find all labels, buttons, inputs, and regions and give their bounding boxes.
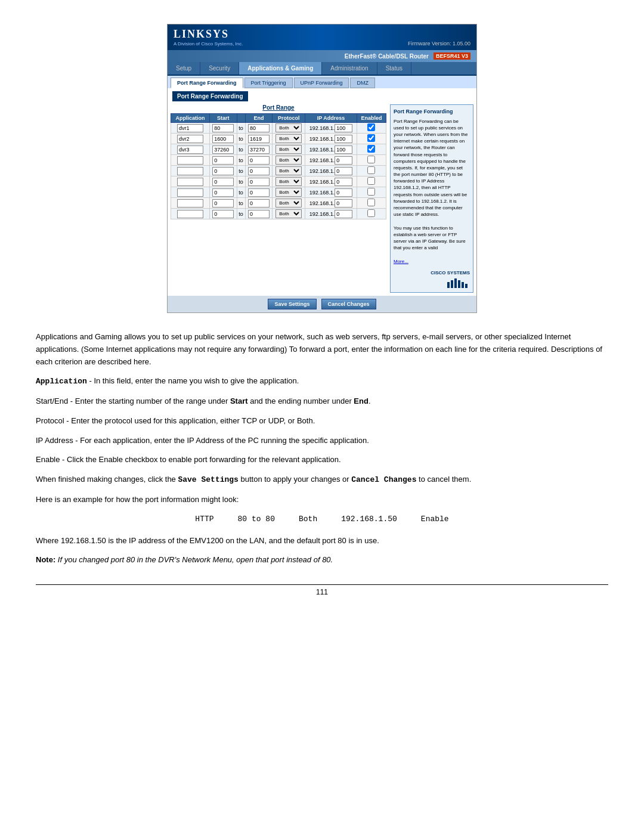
ip-last-input[interactable]: [335, 210, 352, 218]
ip-last-input[interactable]: [335, 156, 352, 165]
app-input[interactable]: [177, 178, 203, 186]
tab-setup[interactable]: Setup: [168, 62, 200, 75]
protocol-select[interactable]: BothTCPUDP: [275, 166, 302, 175]
app-input[interactable]: [177, 210, 203, 218]
description-section: Applications and Gaming allows you to se…: [36, 331, 608, 566]
finish-paragraph: When finished making changes, click the …: [36, 473, 608, 487]
start-input[interactable]: [212, 167, 234, 175]
tab-security[interactable]: Security: [200, 62, 239, 75]
to-label: to: [237, 123, 245, 134]
tab-status[interactable]: Status: [377, 62, 411, 75]
where-paragraph: Where 192.168.1.50 is the IP address of …: [36, 535, 608, 547]
nav-tabs: Setup Security Applications & Gaming Adm…: [168, 62, 476, 76]
content-area: Port Range Application Start End Protoco…: [168, 101, 476, 296]
enabled-checkbox[interactable]: [367, 123, 375, 131]
sub-tab-port-triggering[interactable]: Port Triggering: [244, 78, 293, 88]
start-input[interactable]: [212, 178, 234, 186]
ipaddress-paragraph: IP Address - For each application, enter…: [36, 435, 608, 447]
protocol-select[interactable]: BothTCPUDP: [275, 209, 302, 218]
ip-last-input[interactable]: [335, 145, 352, 154]
sub-tab-port-range-forwarding[interactable]: Port Range Forwarding: [171, 78, 243, 88]
enabled-checkbox[interactable]: [367, 156, 375, 163]
svg-rect-5: [465, 284, 467, 288]
enabled-checkbox[interactable]: [367, 177, 375, 185]
end-input[interactable]: [248, 145, 270, 154]
cancel-changes-button[interactable]: Cancel Changes: [321, 299, 376, 309]
enabled-checkbox[interactable]: [367, 145, 375, 153]
sidebar-more-link[interactable]: More...: [394, 259, 408, 264]
ip-last-input[interactable]: [335, 178, 352, 186]
app-input[interactable]: [177, 135, 203, 143]
end-input[interactable]: [248, 199, 270, 208]
ip-prefix: 192.168.1.: [309, 200, 335, 206]
to-label: to: [237, 198, 245, 209]
start-input[interactable]: [212, 135, 234, 143]
end-input[interactable]: [248, 210, 270, 218]
end-input[interactable]: [248, 135, 270, 143]
start-input[interactable]: [212, 156, 234, 165]
end-input[interactable]: [248, 167, 270, 175]
enabled-checkbox[interactable]: [367, 166, 375, 174]
protocol-select[interactable]: BothTCPUDP: [275, 188, 302, 197]
note-paragraph: Note: If you changed port 80 in the DVR'…: [36, 554, 608, 566]
end-input[interactable]: [248, 156, 270, 165]
enabled-checkbox[interactable]: [367, 134, 375, 142]
col-enabled: Enabled: [357, 114, 386, 123]
product-bar: EtherFast® Cable/DSL Router BEFSR41 V3: [168, 50, 476, 62]
end-input[interactable]: [248, 188, 270, 197]
ip-last-input[interactable]: [335, 188, 352, 197]
protocol-select[interactable]: BothTCPUDP: [275, 156, 302, 165]
app-input[interactable]: [177, 167, 203, 175]
save-settings-button[interactable]: Save Settings: [268, 299, 316, 309]
start-input[interactable]: [212, 199, 234, 208]
protocol-select[interactable]: BothTCPUDP: [275, 134, 302, 143]
app-input[interactable]: [177, 145, 203, 154]
col-ip: IP Address: [305, 114, 357, 123]
svg-rect-4: [462, 282, 464, 288]
table-row: toBothTCPUDP192.168.1.: [171, 144, 386, 155]
end-input[interactable]: [248, 178, 270, 186]
ip-last-input[interactable]: [335, 167, 352, 175]
sub-tab-upnp-forwarding[interactable]: UPnP Forwarding: [294, 78, 349, 88]
firmware-info: Firmware Version: 1.05.00: [408, 41, 470, 47]
linksys-logo: LINKSYS: [174, 28, 243, 41]
ip-last-input[interactable]: [335, 135, 352, 143]
app-input[interactable]: [177, 156, 203, 165]
sidebar-help-text: Port Range Forwarding can be used to set…: [394, 118, 470, 218]
firmware-version: Firmware Version: 1.05.00: [408, 41, 470, 47]
port-range-title: Port Range: [171, 104, 386, 111]
sub-tab-dmz[interactable]: DMZ: [350, 78, 375, 88]
enabled-checkbox[interactable]: [367, 199, 375, 206]
tab-administration[interactable]: Administration: [322, 62, 377, 75]
port-range-table: Application Start End Protocol IP Addres…: [171, 113, 386, 219]
start-input[interactable]: [212, 145, 234, 154]
start-input[interactable]: [212, 210, 234, 218]
ip-last-input[interactable]: [335, 124, 352, 132]
ip-prefix: 192.168.1.: [309, 125, 335, 131]
ip-prefix: 192.168.1.: [309, 211, 335, 217]
protocol-select[interactable]: BothTCPUDP: [275, 123, 302, 132]
example-row: HTTP 80 to 80 Both 192.168.1.50 Enable: [36, 513, 608, 526]
ip-last-input[interactable]: [335, 199, 352, 208]
enabled-checkbox[interactable]: [367, 188, 375, 196]
start-input[interactable]: [212, 188, 234, 197]
router-header: LINKSYS A Division of Cisco Systems, Inc…: [168, 24, 476, 50]
protocol-select[interactable]: BothTCPUDP: [275, 199, 302, 208]
enabled-checkbox[interactable]: [367, 209, 375, 217]
ip-prefix: 192.168.1.: [309, 157, 335, 163]
app-input[interactable]: [177, 188, 203, 197]
start-input[interactable]: [212, 124, 234, 132]
linksys-sub: A Division of Cisco Systems, Inc.: [174, 41, 243, 47]
table-row: toBothTCPUDP192.168.1.: [171, 134, 386, 144]
sub-tabs: Port Range Forwarding Port Triggering UP…: [168, 76, 476, 88]
protocol-select[interactable]: BothTCPUDP: [275, 145, 302, 154]
app-input[interactable]: [177, 124, 203, 132]
end-input[interactable]: [248, 124, 270, 132]
tab-applications-gaming[interactable]: Applications & Gaming: [239, 62, 322, 75]
page-number: 111: [36, 584, 608, 596]
page-section-label: Port Range Forwarding: [172, 91, 248, 101]
app-input[interactable]: [177, 199, 203, 208]
protocol-select[interactable]: BothTCPUDP: [275, 177, 302, 186]
col-end: End: [245, 114, 273, 123]
ip-prefix: 192.168.1.: [309, 179, 335, 185]
